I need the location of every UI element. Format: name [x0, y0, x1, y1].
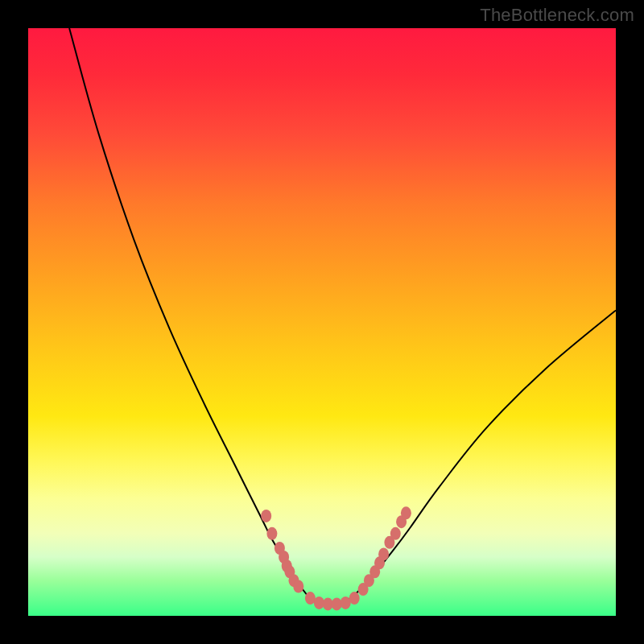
chart-frame: TheBottleneck.com [0, 0, 644, 644]
markers-group [261, 506, 411, 610]
data-marker [349, 592, 360, 605]
watermark-text: TheBottleneck.com [480, 5, 634, 26]
plot-area [28, 28, 616, 616]
data-marker [266, 527, 277, 540]
data-marker [401, 506, 411, 519]
data-marker [378, 547, 389, 560]
chart-svg [28, 28, 616, 616]
data-marker [261, 510, 271, 522]
data-marker [293, 580, 303, 593]
data-marker [390, 527, 401, 540]
bottleneck-curve [69, 28, 616, 605]
